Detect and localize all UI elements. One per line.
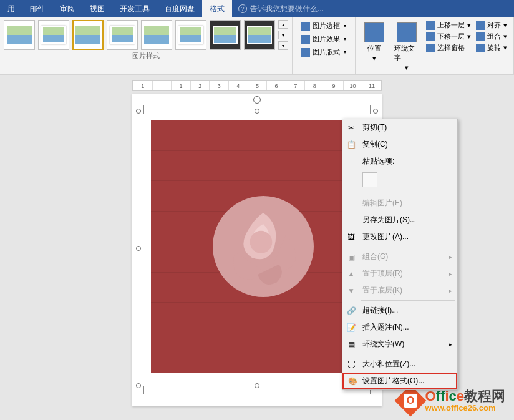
menu-save-as-picture[interactable]: 另存为图片(S)... — [342, 212, 457, 228]
tab-mail[interactable]: 邮件 — [22, 0, 52, 17]
rotate-button[interactable]: 旋转▾ — [473, 42, 510, 53]
position-button[interactable]: 位置▾ — [359, 20, 389, 74]
layout-icon — [301, 48, 310, 57]
menu-size-position[interactable]: ⛶大小和位置(Z)... — [342, 356, 457, 373]
style-thumb-6[interactable] — [175, 20, 206, 50]
context-menu: ✂剪切(T) 📋复制(C) 粘贴选项: 编辑图片(E) 另存为图片(S)... … — [342, 119, 458, 390]
style-thumb-4[interactable] — [107, 20, 138, 50]
tab-references[interactable]: 用 — [0, 0, 22, 17]
gallery-more[interactable]: ▴▾▾ — [278, 20, 288, 50]
change-pic-icon: 🖼 — [346, 232, 356, 242]
menu-cut[interactable]: ✂剪切(T) — [342, 119, 457, 136]
watermark-title: Office教程网 — [425, 389, 505, 404]
bulb-icon: ? — [238, 4, 247, 13]
align-button[interactable]: 对齐▾ — [473, 20, 510, 31]
selected-image[interactable] — [138, 111, 376, 386]
tab-devtools[interactable]: 开发工具 — [112, 0, 157, 17]
group-icon-small: ▣ — [346, 252, 356, 262]
menu-change-picture[interactable]: 🖼更改图片(A)... — [342, 228, 457, 245]
back-icon: ▼ — [346, 286, 356, 296]
size-icon: ⛶ — [346, 359, 356, 369]
bring-forward-button[interactable]: 上移一层▾ — [424, 20, 473, 31]
watermark-url: www.office26.com — [425, 404, 505, 413]
resize-handle[interactable] — [136, 109, 141, 114]
group-button[interactable]: 组合▾ — [473, 31, 510, 42]
group-label-styles: 图片样式 — [4, 50, 288, 61]
tab-baidu[interactable]: 百度网盘 — [157, 0, 202, 17]
style-thumb-2[interactable] — [38, 20, 69, 50]
picture-border-button[interactable]: 图片边框▾ — [299, 20, 349, 32]
backward-icon — [426, 32, 435, 41]
scissors-icon: ✂ — [346, 123, 356, 133]
rotate-handle[interactable] — [253, 96, 261, 104]
menu-caption[interactable]: 📝插入题注(N)... — [342, 319, 457, 336]
wrap-icon-big — [397, 22, 417, 42]
rose-flower-graphic — [207, 190, 319, 303]
resize-handle[interactable] — [255, 109, 259, 114]
format-icon: 🎨 — [347, 376, 357, 386]
wrap-text-button[interactable]: 环绕文字▾ — [389, 20, 424, 74]
menu-copy[interactable]: 📋复制(C) — [342, 136, 457, 153]
rotate-icon — [476, 44, 485, 52]
resize-handle[interactable] — [136, 246, 141, 251]
margin-corner — [143, 386, 152, 394]
svg-point-1 — [250, 231, 272, 253]
menu-paste-label: 粘贴选项: — [342, 153, 457, 170]
ribbon: ▴▾▾ 图片样式 图片边框▾ 图片效果▾ 图片版式▾ 位置▾ 环绕文字▾ 上移一… — [0, 17, 514, 75]
tab-review[interactable]: 审阅 — [52, 0, 82, 17]
copy-icon: 📋 — [346, 140, 356, 150]
menu-send-back: ▼置于底层(K)▸ — [342, 282, 457, 299]
wrap-icon: ▤ — [346, 339, 356, 349]
front-icon: ▲ — [346, 269, 356, 279]
horizontal-ruler[interactable]: 11234567891011 — [132, 80, 382, 91]
ribbon-tabs: 用 邮件 审阅 视图 开发工具 百度网盘 格式 ? 告诉我您想要做什么... — [0, 0, 514, 17]
menu-edit-picture: 编辑图片(E) — [342, 195, 457, 212]
tab-format[interactable]: 格式 — [202, 0, 232, 17]
paste-option-icon[interactable] — [362, 172, 377, 187]
picture-layout-button[interactable]: 图片版式▾ — [299, 46, 349, 58]
menu-wrap-text[interactable]: ▤环绕文字(W)▸ — [342, 336, 457, 353]
align-icon — [476, 21, 485, 30]
resize-handle[interactable] — [373, 109, 378, 114]
menu-paste-options — [342, 170, 457, 192]
selection-pane-button[interactable]: 选择窗格 — [424, 42, 473, 53]
tell-me-text: 告诉我您想要做什么... — [250, 4, 324, 14]
forward-icon — [426, 21, 435, 30]
menu-hyperlink[interactable]: 🔗超链接(I)... — [342, 302, 457, 319]
menu-bring-front: ▲置于顶层(R)▸ — [342, 265, 457, 282]
menu-group: ▣组合(G)▸ — [342, 248, 457, 265]
tab-view[interactable]: 视图 — [82, 0, 112, 17]
picture-effects-button[interactable]: 图片效果▾ — [299, 33, 349, 45]
send-backward-button[interactable]: 下移一层▾ — [424, 31, 473, 42]
menu-format-picture[interactable]: 🎨设置图片格式(O)... — [342, 373, 457, 389]
tell-me-search[interactable]: ? 告诉我您想要做什么... — [232, 4, 330, 14]
resize-handle[interactable] — [255, 383, 259, 388]
style-thumb-7[interactable] — [210, 20, 241, 50]
position-icon — [364, 22, 384, 42]
border-icon — [301, 22, 310, 31]
watermark: O Office教程网 www.office26.com — [399, 389, 505, 413]
effects-icon — [301, 35, 310, 44]
style-thumb-5[interactable] — [141, 20, 172, 50]
resize-handle[interactable] — [136, 383, 141, 388]
link-icon: 🔗 — [346, 306, 356, 316]
picture-styles-gallery[interactable]: ▴▾▾ — [4, 20, 288, 50]
style-thumb-3[interactable] — [72, 20, 104, 50]
group-icon — [476, 32, 485, 41]
caption-icon: 📝 — [346, 323, 356, 333]
style-thumb-8[interactable] — [244, 20, 275, 50]
style-thumb-1[interactable] — [4, 20, 35, 50]
selpane-icon — [426, 44, 435, 52]
